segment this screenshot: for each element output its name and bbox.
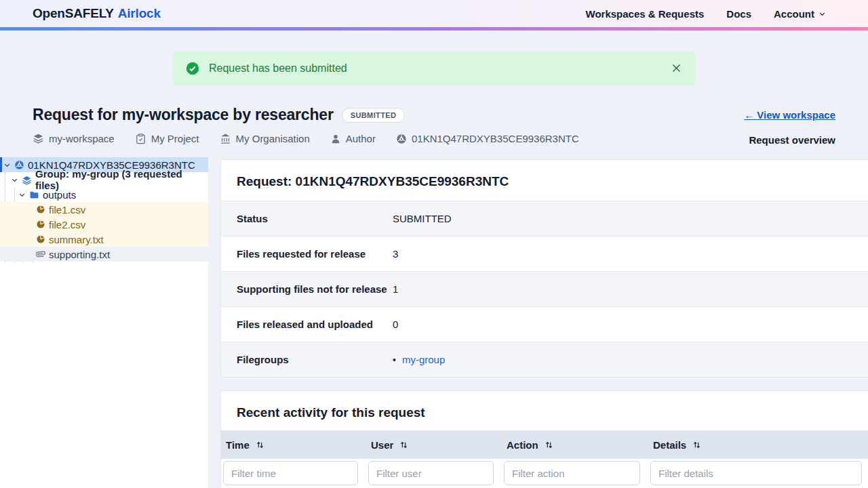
- nav-account[interactable]: Account: [774, 8, 826, 20]
- filegroup-link[interactable]: my-group: [402, 354, 445, 365]
- app-header: OpenSAFELY Airlock Workspaces & Requests…: [0, 0, 868, 27]
- paperclip-icon: [36, 249, 45, 259]
- bank-icon: [220, 133, 231, 144]
- row-label: Supporting files not for release: [221, 283, 393, 295]
- nav-docs[interactable]: Docs: [726, 8, 751, 20]
- request-card-heading: Request: 01KN1Q47RDXYB35CE9936R3NTC: [221, 160, 868, 201]
- row-label: Files released and uploaded: [221, 319, 393, 330]
- chevron-down-icon: [818, 10, 826, 18]
- sort-icon: [545, 441, 553, 449]
- filter-user-input[interactable]: [368, 461, 494, 485]
- request-meta-row: my-workspace My Project My Organisation …: [33, 133, 579, 144]
- table-row: Status SUBMITTED: [221, 201, 868, 236]
- meta-workspace: my-workspace: [33, 133, 115, 144]
- meta-author-label: Author: [346, 133, 376, 144]
- filter-time-input[interactable]: [223, 461, 358, 485]
- column-header-time[interactable]: Time: [221, 439, 366, 451]
- nav-account-label: Account: [774, 8, 814, 20]
- airlock-icon: [396, 134, 407, 144]
- column-header-user[interactable]: User: [366, 439, 502, 451]
- page-title: Request for my-workspace by researcher: [33, 106, 334, 124]
- table-row: Filegroups •my-group: [221, 342, 868, 377]
- row-label: Filegroups: [221, 354, 393, 365]
- list-bullet: •: [393, 354, 396, 365]
- check-circle-icon: [186, 62, 199, 75]
- clipboard-icon: [135, 133, 146, 144]
- chevron-down-icon[interactable]: [11, 176, 18, 184]
- main-nav: Workspaces & Requests Docs Account: [586, 8, 826, 20]
- activity-filter-row: [221, 459, 868, 485]
- tree-item-group[interactable]: Group: my-group (3 requested files): [0, 172, 208, 187]
- output-file-icon: [36, 235, 45, 244]
- meta-request-id-label: 01KN1Q47RDXYB35CE9936R3NTC: [412, 133, 579, 144]
- page-title-row: Request for my-workspace by researcher S…: [33, 106, 405, 124]
- meta-workspace-label: my-workspace: [49, 133, 115, 144]
- request-details-card: Request: 01KN1Q47RDXYB35CE9936R3NTC Stat…: [220, 159, 868, 378]
- request-overview-label: Request overview: [749, 134, 835, 146]
- filter-details-input[interactable]: [650, 461, 862, 485]
- output-file-icon: [36, 220, 45, 229]
- filter-action-input[interactable]: [504, 461, 640, 485]
- meta-author: Author: [330, 133, 376, 144]
- user-icon: [330, 134, 341, 144]
- folder-icon: [29, 190, 39, 200]
- column-header-action[interactable]: Action: [502, 439, 648, 451]
- column-label: Time: [226, 439, 250, 451]
- sort-icon: [256, 441, 264, 449]
- activity-table-header: Time User Action Details: [221, 430, 868, 459]
- filegroup-list: •my-group: [393, 354, 445, 365]
- layers-icon: [33, 133, 44, 144]
- file-tree-sidebar: 01KN1Q47RDXYB35CE9936R3NTC Group: my-gro…: [0, 157, 208, 488]
- sort-icon: [399, 441, 408, 449]
- column-header-details[interactable]: Details: [648, 439, 868, 451]
- close-icon[interactable]: [669, 60, 684, 76]
- tree-item-label: supporting.txt: [49, 249, 110, 260]
- meta-project-label: My Project: [151, 133, 199, 144]
- row-value: 0: [393, 319, 398, 330]
- row-label: Files requested for release: [221, 248, 393, 260]
- table-row: Files requested for release 3: [221, 236, 868, 271]
- column-label: User: [371, 439, 393, 451]
- row-value: 1: [393, 283, 398, 295]
- column-label: Details: [653, 439, 686, 451]
- tree-item-label: file2.csv: [49, 219, 85, 230]
- file-tree: 01KN1Q47RDXYB35CE9936R3NTC Group: my-gro…: [0, 157, 208, 262]
- tree-item-label: summary.txt: [49, 234, 104, 245]
- sort-icon: [692, 441, 701, 449]
- tree-item-supporting[interactable]: supporting.txt: [0, 247, 208, 262]
- meta-project: My Project: [135, 133, 199, 144]
- output-file-icon: [36, 205, 45, 214]
- alert-message: Request has been submitted: [209, 62, 347, 75]
- meta-request-id: 01KN1Q47RDXYB35CE9936R3NTC: [396, 133, 579, 144]
- tree-item-label: outputs: [43, 189, 76, 201]
- row-value: 3: [393, 248, 398, 260]
- meta-organisation-label: My Organisation: [236, 133, 310, 144]
- recent-activity-card: Recent activity for this request Time Us…: [220, 390, 868, 488]
- row-value: SUBMITTED: [393, 213, 452, 224]
- tree-item-outputs-folder[interactable]: outputs: [0, 187, 208, 202]
- column-label: Action: [507, 439, 538, 451]
- logo-product: Airlock: [118, 6, 161, 21]
- logo-brand: OpenSAFELY: [33, 6, 114, 21]
- app-logo[interactable]: OpenSAFELY Airlock: [33, 6, 161, 21]
- table-row: Files released and uploaded 0: [221, 306, 868, 342]
- header-gradient-bar: [0, 27, 868, 30]
- chevron-down-icon[interactable]: [3, 161, 11, 169]
- row-label: Status: [221, 213, 393, 224]
- table-row: Supporting files not for release 1: [221, 271, 868, 306]
- nav-workspaces-requests[interactable]: Workspaces & Requests: [586, 8, 705, 20]
- success-alert: Request has been submitted: [173, 51, 695, 85]
- tree-item-label: file1.csv: [49, 204, 85, 216]
- chevron-down-icon[interactable]: [18, 191, 26, 199]
- activity-card-heading: Recent activity for this request: [221, 391, 868, 430]
- status-badge: SUBMITTED: [342, 108, 406, 123]
- group-layers-icon: [22, 175, 32, 185]
- tree-item-summary[interactable]: summary.txt: [0, 232, 208, 247]
- airlock-icon: [14, 160, 24, 170]
- view-workspace-link[interactable]: ← View workspace: [744, 109, 835, 121]
- tree-item-file2[interactable]: file2.csv: [0, 217, 208, 232]
- tree-item-file1[interactable]: file1.csv: [0, 202, 208, 217]
- meta-organisation: My Organisation: [220, 133, 310, 144]
